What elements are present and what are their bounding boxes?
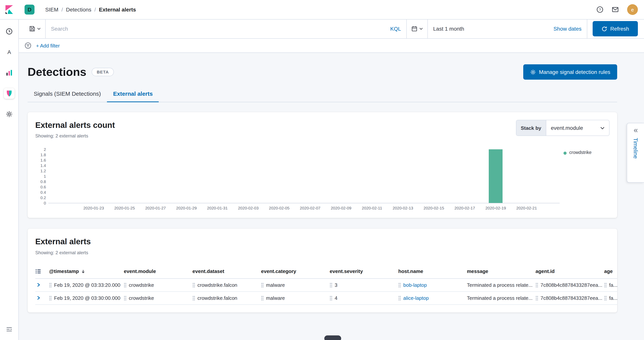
timeline-label[interactable]: Timeline [632, 138, 639, 159]
column-header-message[interactable]: message [467, 264, 536, 278]
stack-by-label: Stack by [516, 120, 546, 136]
event-dataset-value[interactable]: crowdstrike.falcon [198, 295, 237, 301]
visualize-app-icon[interactable] [4, 67, 14, 78]
drag-handle-icon[interactable] [49, 295, 52, 300]
fields-browser-icon[interactable] [35, 268, 47, 274]
kibana-logo[interactable] [0, 4, 18, 14]
top-bar: D SIEM / Detections / External alerts ? … [0, 0, 644, 19]
help-icon[interactable]: ? [596, 6, 603, 13]
drag-handle-icon[interactable] [536, 282, 538, 287]
filter-icon[interactable] [24, 42, 32, 49]
show-dates-link[interactable]: Show dates [554, 26, 582, 32]
space-switcher[interactable]: D [24, 4, 34, 14]
svg-text:?: ? [599, 8, 601, 12]
column-header-event-dataset[interactable]: event.dataset [192, 264, 261, 278]
refresh-button[interactable]: Refresh [593, 21, 638, 36]
recently-viewed-icon[interactable] [4, 26, 14, 37]
column-header-age[interactable]: age [604, 264, 617, 278]
y-tick-label: 0 [44, 201, 46, 205]
siem-app-icon[interactable] [4, 88, 14, 99]
x-tick-label: 2020-01-29 [171, 206, 202, 210]
timeline-flyout-collapsed[interactable]: Timeline [627, 123, 644, 183]
tab-signals[interactable]: Signals (SIEM Detections) [28, 88, 107, 102]
drag-handle-icon[interactable] [330, 282, 332, 287]
horizontal-scrollbar-thumb[interactable] [324, 336, 341, 340]
age-value[interactable]: fa... [609, 295, 617, 301]
date-quick-select-button[interactable] [407, 19, 428, 38]
event-severity-value[interactable]: 3 [335, 282, 337, 288]
nav-app-a-icon[interactable]: A [4, 47, 14, 57]
drag-handle-icon[interactable] [398, 295, 401, 300]
agent-id-value[interactable]: 7c808b4c8878433287eea... [540, 282, 602, 288]
user-avatar[interactable]: e [627, 4, 638, 15]
column-header-timestamp[interactable]: @timestamp [49, 264, 124, 278]
drag-handle-icon[interactable] [124, 282, 126, 287]
x-tick-label: 2020-02-13 [387, 206, 418, 210]
column-header-event-module[interactable]: event.module [124, 264, 192, 278]
manage-detection-rules-button[interactable]: Manage signal detection rules [523, 64, 617, 80]
drag-handle-icon[interactable] [49, 282, 52, 287]
event-module-value[interactable]: crowdstrike [129, 282, 154, 288]
chevron-down-icon [600, 127, 604, 129]
kql-language-button[interactable]: KQL [385, 26, 406, 32]
newsfeed-icon[interactable] [612, 6, 619, 13]
save-query-button[interactable] [24, 19, 46, 38]
search-input[interactable] [46, 26, 385, 32]
y-tick-label: 0.8 [40, 179, 46, 184]
breadcrumb-siem[interactable]: SIEM [45, 6, 58, 13]
drag-handle-icon[interactable] [398, 282, 401, 287]
date-range-value[interactable]: Last 1 month [433, 26, 464, 32]
stack-by-select[interactable]: event.module [546, 120, 609, 136]
expand-row-icon[interactable] [35, 295, 47, 301]
event-category-value[interactable]: malware [266, 295, 285, 301]
main-area: KQL Last 1 month Show dates Refresh [18, 19, 644, 340]
age-value[interactable]: fa... [609, 282, 617, 288]
breadcrumb-detections[interactable]: Detections [66, 6, 91, 13]
host-name-link[interactable]: alice-laptop [403, 295, 429, 301]
y-tick-label: 1.6 [40, 158, 46, 163]
drag-handle-icon[interactable] [330, 295, 332, 300]
legend-label[interactable]: crowdstrike [569, 150, 592, 155]
column-header-host-name[interactable]: host.name [398, 264, 467, 278]
y-tick-label: 0.4 [40, 190, 46, 195]
external-alerts-table: @timestamp event.module event.dataset ev… [35, 264, 617, 305]
drag-handle-icon[interactable] [261, 295, 264, 300]
column-header-event-category[interactable]: event.category [261, 264, 330, 278]
event-severity-value[interactable]: 4 [335, 295, 337, 301]
host-name-link[interactable]: bob-laptop [403, 282, 427, 288]
legend-color-dot [564, 152, 566, 155]
drag-handle-icon[interactable] [124, 295, 126, 300]
table-row: Feb 19, 2020 @ 03:30:00.000 crowdstrike … [35, 291, 617, 304]
management-gear-icon[interactable] [4, 109, 14, 120]
collapse-nav-icon[interactable] [4, 324, 14, 335]
event-module-value[interactable]: crowdstrike [129, 295, 154, 301]
bar-2020-02-19[interactable] [489, 150, 502, 203]
tab-external-alerts[interactable]: External alerts [107, 88, 159, 102]
x-tick-label: 2020-02-17 [449, 206, 480, 210]
timestamp-value[interactable]: Feb 19, 2020 @ 03:30:00.000 [54, 295, 120, 301]
breadcrumb-separator: / [94, 6, 96, 13]
drag-handle-icon[interactable] [536, 295, 538, 300]
event-category-value[interactable]: malware [266, 282, 285, 288]
event-dataset-value[interactable]: crowdstrike.falcon [198, 282, 237, 288]
page-content: Detections BETA Manage signal detection … [18, 53, 644, 340]
table-row: Feb 19, 2020 @ 03:33:20.000 crowdstrike … [35, 278, 617, 291]
chart-x-axis: 2020-01-232020-01-252020-01-272020-01-29… [48, 203, 560, 210]
chart-legend: crowdstrike [560, 150, 610, 210]
y-tick-label: 1.8 [40, 153, 46, 157]
drag-handle-icon[interactable] [261, 282, 264, 287]
column-header-agent-id[interactable]: agent.id [536, 264, 604, 278]
drag-handle-icon[interactable] [604, 295, 607, 300]
drag-handle-icon[interactable] [192, 295, 195, 300]
breadcrumb-separator: / [61, 6, 63, 13]
detections-tabs: Signals (SIEM Detections) External alert… [28, 88, 617, 102]
timestamp-value[interactable]: Feb 19, 2020 @ 03:33:20.000 [54, 282, 120, 288]
expand-row-icon[interactable] [35, 282, 47, 288]
add-filter-link[interactable]: + Add filter [36, 43, 60, 48]
agent-id-value[interactable]: 7c808b4c8878433287eea... [540, 295, 602, 301]
external-alerts-table-panel: External alerts Showing: 2 external aler… [28, 229, 617, 313]
double-chevron-left-icon[interactable] [633, 128, 638, 133]
column-header-event-severity[interactable]: event.severity [330, 264, 398, 278]
drag-handle-icon[interactable] [192, 282, 195, 287]
drag-handle-icon[interactable] [604, 282, 607, 287]
